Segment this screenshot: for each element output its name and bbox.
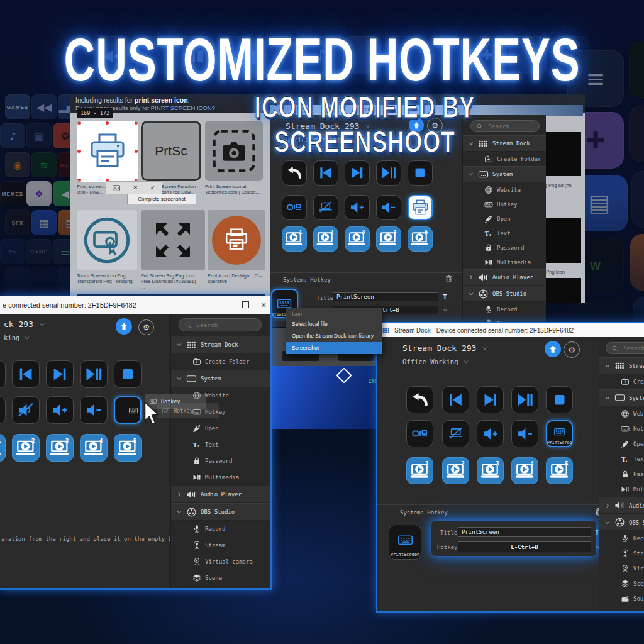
chevron-down-icon[interactable] [604,519,611,526]
settings-gear-button[interactable]: ⚙ [564,341,580,358]
selection-handle[interactable] [77,150,80,153]
sidebar-group-system[interactable]: System [171,370,270,387]
sidebar-item-create-folder[interactable]: Create Folder [171,353,270,370]
sidebar-item-record[interactable]: Record [171,521,270,537]
sidebar-item-password[interactable]: Password [463,240,546,255]
chevron-right-icon[interactable] [468,274,474,280]
key-cast-2-button[interactable]: 2 [442,457,469,484]
window-titlebar[interactable]: Stream Dock - Device connected serial nu… [377,323,644,337]
sidebar-item-text[interactable]: TrText [171,436,270,453]
selection-handle[interactable] [135,121,138,125]
sidebar-group-audio-player[interactable]: Audio Player [171,486,270,503]
key-vol-up-button[interactable] [46,396,74,424]
sidebar-group-stream-dock[interactable]: Stream Dock [171,336,270,353]
key-back-button[interactable] [406,386,433,413]
key-mute-button[interactable] [12,396,40,424]
profile-select[interactable]: king [4,334,30,341]
sidebar-item-virtual-camera[interactable]: Virtual camera [599,561,644,576]
hotkey-field-input[interactable] [458,541,591,552]
image-result-printer-card[interactable] [77,121,138,182]
sidebar-group-system[interactable]: System [463,166,546,182]
key-devices-button[interactable] [282,195,307,220]
close-button[interactable]: ✕ [255,301,272,309]
title-field-input[interactable] [333,292,438,301]
printscreen-key-button[interactable]: PrintScreen [389,525,421,560]
sidebar-group-obs-studio[interactable]: OBS Studio [171,503,270,521]
profile-select[interactable]: Office Working [402,358,469,365]
title-field-input[interactable] [458,527,591,537]
image-result-touch[interactable] [77,210,137,270]
key-cast-3-button[interactable]: 3 [345,226,370,252]
sidebar-search-input[interactable] [622,344,644,352]
key-cast-4-button[interactable]: 4 [376,226,401,252]
key-cast-5-button[interactable]: 5 [546,457,573,484]
device-select[interactable]: Stream Dock 293 [402,343,488,353]
key-cast-1-button[interactable]: 1 [282,226,307,252]
sidebar-search[interactable] [606,342,644,354]
key-next-button[interactable] [477,386,504,413]
image-result-caption[interactable]: Print-Icon | Denbigh... Co-operative [208,273,270,284]
key-laptop-off-button[interactable] [442,420,469,447]
menu-item-screenshot[interactable]: Screenshot [286,342,382,354]
sidebar-item-open[interactable]: Open [171,420,270,436]
minimize-button[interactable]: — [216,301,234,309]
key-cast-1-button[interactable]: 1 [0,434,6,462]
hotkey-dropdown-chevron[interactable] [442,307,448,313]
key-cast-3-button[interactable]: 3 [46,434,74,462]
maximize-button[interactable] [236,301,254,309]
sidebar-search[interactable] [179,318,262,331]
sidebar-item-stream[interactable]: Stream [171,537,270,553]
key-devices-button[interactable] [0,396,6,424]
key-cast-2-button[interactable]: 2 [12,434,40,462]
sidebar-item-password[interactable]: Password [171,453,270,469]
sidebar-item-hotkey[interactable]: Hotkey [599,421,644,436]
window-titlebar[interactable]: e connected serial number: 2F15DF9F6482 … [0,296,270,314]
key-playnext-button[interactable] [511,386,538,413]
key-prev-button[interactable] [12,360,40,388]
key-vol-up-button[interactable] [345,195,370,220]
key-cast-3-button[interactable]: 3 [477,457,504,484]
key-cast-4-button[interactable]: 4 [80,434,108,462]
key-cast-5-button[interactable]: 5 [114,434,142,462]
upload-button[interactable] [545,341,561,357]
chevron-down-icon[interactable] [176,375,182,382]
sidebar-group-stream-dock[interactable]: Stream Dock [599,357,644,374]
image-result-caption[interactable]: Full Screen Svg Png Icon Free Download (… [141,273,204,290]
sidebar-group-obs-studio[interactable]: OBS Studio [463,286,546,302]
key-empty-slot-button[interactable] [114,396,142,424]
sidebar-item-multimedia[interactable]: Multimedia [463,255,546,269]
key-stop-button[interactable] [114,360,142,388]
chevron-down-icon[interactable] [604,363,611,369]
sidebar-item-website[interactable]: Website [599,406,644,421]
sidebar-group-obs-studio[interactable]: OBS Studio [599,514,644,531]
sidebar-item-virtual-camera[interactable]: Virtual camera [171,553,270,570]
selection-handle[interactable] [135,150,138,153]
image-chip-icon[interactable] [112,184,121,192]
upload-button[interactable] [116,318,132,335]
key-laptop-off-button[interactable] [313,195,338,220]
sidebar-item-source-visibility[interactable]: Source Visibility [171,586,270,588]
chevron-down-icon[interactable] [604,395,611,401]
fragment-close-icon[interactable]: ✕ [573,106,578,113]
menu-item-open-the-stream-dock-icon-library[interactable]: Open the Stream Dock icon library [286,330,382,342]
sidebar-item-text[interactable]: TrText [599,452,644,467]
key-cast-1-button[interactable]: 1 [406,457,433,484]
key-next-button[interactable] [46,360,74,388]
sidebar-item-text[interactable]: TrText [463,226,546,240]
confirm-screenshot-icon[interactable]: ✓ [150,184,156,192]
key-cast-5-button[interactable]: 5 [408,226,433,252]
sidebar-item-stream[interactable]: Stream [599,546,644,561]
image-result-expand-arrows[interactable] [141,210,205,270]
delete-key-button[interactable] [444,274,453,284]
key-devices-button[interactable] [406,420,433,447]
key-playnext-button[interactable] [80,360,108,388]
chevron-down-icon[interactable] [176,509,182,515]
chevron-right-icon[interactable] [176,491,182,497]
sidebar-item-open[interactable]: Open [463,211,546,226]
image-result-caption[interactable]: Print Screen icon at Vectorified.com | C… [205,184,268,195]
sidebar-item-password[interactable]: Password [599,467,644,482]
sidebar-item-scene[interactable]: Scene [171,570,270,586]
sidebar-item-scene[interactable]: Scene [599,576,644,591]
key-prev-button[interactable] [313,160,338,186]
key-stop-button[interactable] [408,160,433,186]
